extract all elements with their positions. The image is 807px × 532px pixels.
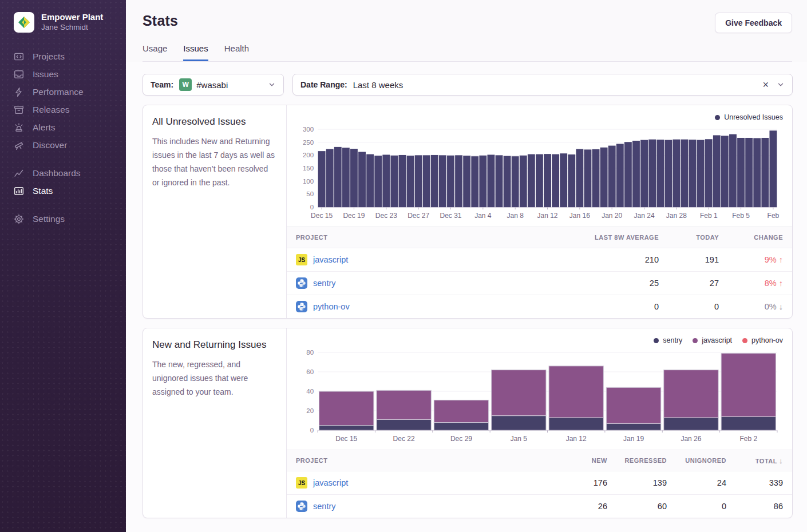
tab-usage[interactable]: Usage bbox=[143, 43, 167, 61]
table-row: sentry 25 27 8% ↑ bbox=[287, 271, 792, 295]
svg-text:300: 300 bbox=[303, 126, 314, 133]
bar bbox=[439, 155, 446, 207]
bar bbox=[560, 153, 567, 207]
legend-item[interactable]: Unresolved Issues bbox=[715, 113, 783, 121]
bar-segment bbox=[377, 420, 431, 431]
legend-item[interactable]: javascript bbox=[693, 336, 732, 344]
bar bbox=[358, 152, 366, 207]
team-label: Team: bbox=[151, 80, 173, 89]
card-description: The new, regressed, and unignored issues… bbox=[152, 358, 277, 399]
table-row: python-ov 0 0 0% ↓ bbox=[287, 295, 792, 318]
bar bbox=[705, 139, 713, 207]
legend-item[interactable]: sentry bbox=[654, 336, 682, 344]
bar bbox=[729, 134, 737, 208]
python-project-icon bbox=[296, 301, 307, 312]
sidebar-item-dashboards[interactable]: Dashboards bbox=[0, 164, 126, 182]
svg-text:150: 150 bbox=[303, 165, 314, 172]
svg-text:200: 200 bbox=[303, 152, 314, 158]
sidebar-item-releases[interactable]: Releases bbox=[0, 101, 126, 118]
give-feedback-button[interactable]: Give Feedback bbox=[715, 13, 792, 33]
date-range-select[interactable]: Date Range: Last 8 weeks × bbox=[292, 74, 793, 96]
bar bbox=[496, 155, 503, 207]
tab-issues[interactable]: Issues bbox=[183, 43, 208, 61]
table-row: JS javascript 176 139 24 339 bbox=[287, 471, 792, 494]
project-link[interactable]: sentry bbox=[313, 279, 336, 288]
org-switcher[interactable]: Empower Plant Jane Schmidt bbox=[0, 0, 126, 33]
bar bbox=[423, 155, 430, 207]
legend-dot bbox=[715, 115, 720, 120]
project-link[interactable]: javascript bbox=[313, 478, 348, 487]
project-link[interactable]: sentry bbox=[313, 502, 336, 511]
user-name: Jane Schmidt bbox=[41, 22, 103, 33]
sidebar-item-projects[interactable]: Projects bbox=[0, 47, 126, 65]
page-title: Stats bbox=[143, 13, 178, 29]
bar bbox=[689, 140, 697, 207]
chevron-down-icon[interactable] bbox=[268, 81, 276, 89]
bar bbox=[769, 130, 777, 207]
svg-text:Jan 8: Jan 8 bbox=[507, 212, 524, 220]
svg-text:Feb 1: Feb 1 bbox=[700, 212, 718, 220]
svg-text:50: 50 bbox=[306, 190, 314, 197]
bar bbox=[761, 138, 769, 207]
bar bbox=[334, 147, 342, 207]
svg-text:20: 20 bbox=[306, 407, 314, 414]
svg-text:60: 60 bbox=[306, 368, 314, 375]
unresolved-issues-card: All Unresolved Issues This includes New … bbox=[143, 105, 793, 319]
svg-text:Dec 31: Dec 31 bbox=[440, 212, 461, 220]
table-row: JS javascript 210 191 9% ↑ bbox=[287, 248, 792, 271]
team-value: #wasabi bbox=[196, 80, 228, 90]
bar bbox=[713, 135, 721, 207]
sidebar-item-settings[interactable]: Settings bbox=[0, 210, 126, 228]
svg-text:Dec 29: Dec 29 bbox=[450, 435, 472, 443]
project-link[interactable]: javascript bbox=[313, 255, 348, 264]
svg-text:Jan 4: Jan 4 bbox=[474, 212, 492, 220]
bar bbox=[648, 140, 656, 207]
bar bbox=[600, 148, 608, 207]
svg-text:40: 40 bbox=[306, 388, 314, 395]
svg-text:Feb: Feb bbox=[768, 212, 780, 220]
svg-text:Dec 27: Dec 27 bbox=[408, 212, 429, 220]
project-link[interactable]: python-ov bbox=[313, 302, 350, 311]
filter-row: Team: W #wasabi Date Range: Last 8 weeks… bbox=[143, 74, 793, 96]
sidebar-item-stats[interactable]: Stats bbox=[0, 182, 126, 200]
bar bbox=[576, 149, 583, 207]
python-project-icon bbox=[296, 501, 307, 512]
bar bbox=[447, 156, 454, 207]
bar bbox=[544, 154, 551, 207]
svg-text:Jan 24: Jan 24 bbox=[634, 212, 655, 220]
svg-text:Dec 22: Dec 22 bbox=[393, 435, 415, 443]
change-value: 8% ↑ bbox=[719, 279, 783, 288]
svg-text:Jan 5: Jan 5 bbox=[511, 435, 528, 443]
org-name: Empower Plant bbox=[41, 11, 103, 22]
bar bbox=[520, 156, 527, 207]
page-header: Stats Give Feedback Usage Issues Health bbox=[126, 0, 807, 62]
new-returning-issues-card: New and Returning Issues The new, regres… bbox=[143, 328, 793, 518]
bar-segment bbox=[549, 418, 603, 430]
clear-date-icon[interactable]: × bbox=[761, 80, 770, 90]
sidebar-item-issues[interactable]: Issues bbox=[0, 65, 126, 83]
bar bbox=[504, 156, 511, 207]
svg-text:Jan 12: Jan 12 bbox=[537, 212, 558, 220]
bar bbox=[382, 154, 390, 207]
bar-segment bbox=[434, 423, 488, 431]
bar bbox=[455, 155, 462, 207]
sidebar-item-alerts[interactable]: Alerts bbox=[0, 118, 126, 136]
bar-segment bbox=[377, 391, 431, 420]
sidebar-item-discover[interactable]: Discover bbox=[0, 136, 126, 154]
legend-item[interactable]: python-ov bbox=[742, 336, 783, 344]
date-range-value: Last 8 weeks bbox=[353, 80, 404, 90]
bar bbox=[592, 149, 600, 207]
sidebar-item-performance[interactable]: Performance bbox=[0, 83, 126, 101]
bar bbox=[415, 155, 422, 207]
change-value: 9% ↑ bbox=[719, 255, 783, 264]
org-logo bbox=[14, 12, 34, 33]
tab-health[interactable]: Health bbox=[224, 43, 249, 61]
team-select[interactable]: Team: W #wasabi bbox=[143, 74, 284, 96]
total-sort-header[interactable]: TOTAL↓ bbox=[726, 456, 783, 465]
javascript-project-icon: JS bbox=[296, 254, 307, 265]
chevron-down-icon[interactable] bbox=[777, 81, 785, 89]
bar bbox=[608, 146, 616, 208]
table-header-row: PROJECT LAST 8W AVERAGE TODAY CHANGE bbox=[287, 227, 792, 248]
svg-text:0: 0 bbox=[310, 204, 314, 211]
bar bbox=[512, 156, 519, 207]
